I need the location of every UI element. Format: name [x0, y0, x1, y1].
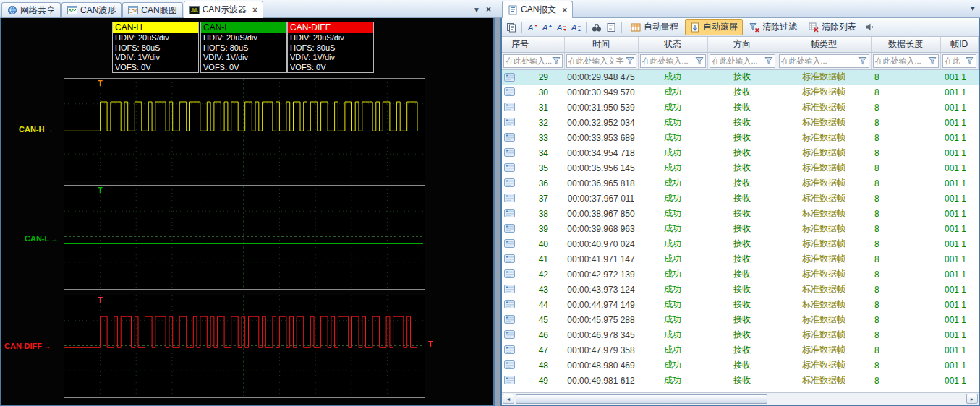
message-row[interactable]: 4000:00:40.970 024成功接收标准数据帧8001 1: [502, 236, 979, 251]
message-row[interactable]: 2900:00:29.948 475成功接收标准数据帧8001 1: [502, 69, 979, 85]
hdiv-value: HDIV: 20uS/div: [113, 33, 198, 43]
time-cell: 00:00:49.981 612: [564, 373, 638, 388]
message-row[interactable]: 4300:00:43.973 124成功接收标准数据帧8001 1: [502, 282, 979, 297]
tab-can-messages[interactable]: CAN报文 ×: [502, 1, 573, 18]
trigger-level-marker[interactable]: T: [428, 340, 433, 348]
filter-a-4-icon[interactable]: A: [569, 21, 582, 34]
auto-scroll-button[interactable]: 自动滚屏: [685, 19, 743, 35]
filter-funnel-icon[interactable]: [858, 56, 867, 66]
tab-can-waveform[interactable]: CAN波形: [61, 2, 122, 17]
time-cell: 00:00:39.968 963: [564, 221, 638, 236]
status-cell: 成功: [638, 342, 707, 358]
status-cell: 成功: [638, 312, 707, 327]
tab-network-share[interactable]: 网络共享: [1, 2, 61, 17]
tab-can-oscilloscope[interactable]: CAN示波器 ×: [184, 1, 263, 18]
filter-funnel-icon[interactable]: [626, 56, 634, 66]
filter-input-frame-type[interactable]: [781, 56, 858, 65]
tab-label: CAN波形: [80, 4, 116, 17]
frame-id-cell: 001 1: [940, 221, 979, 236]
direction-cell: 接收: [707, 327, 777, 342]
message-row[interactable]: 4700:00:47.979 358成功接收标准数据帧8001 1: [502, 342, 979, 358]
filter-funnel-icon[interactable]: [695, 56, 704, 66]
message-row[interactable]: 4500:00:45.975 288成功接收标准数据帧8001 1: [502, 312, 979, 327]
filter-input-direction[interactable]: [712, 56, 764, 65]
length-cell: 8: [871, 282, 940, 297]
message-row[interactable]: 3500:00:35.956 145成功接收标准数据帧8001 1: [502, 160, 979, 176]
tab-can-eye-diagram[interactable]: CAN眼图: [122, 2, 182, 17]
column-header-frame-type[interactable]: 帧类型: [777, 37, 871, 52]
notes-icon[interactable]: [605, 21, 618, 34]
filter-cell-status: [638, 52, 707, 69]
message-row[interactable]: 4100:00:41.971 147成功接收标准数据帧8001 1: [502, 251, 979, 267]
filter-a-3-icon[interactable]: A: [555, 21, 568, 34]
close-icon[interactable]: ×: [486, 4, 491, 14]
copy-icon[interactable]: [505, 21, 518, 34]
clear-list-button[interactable]: 清除列表: [804, 19, 861, 35]
auto-range-button[interactable]: 自动量程: [626, 19, 683, 35]
message-row[interactable]: 4200:00:42.972 139成功接收标准数据帧8001 1: [502, 267, 979, 282]
message-row[interactable]: 3100:00:31.950 539成功接收标准数据帧8001 1: [502, 100, 979, 115]
message-row[interactable]: 3900:00:39.968 963成功接收标准数据帧8001 1: [502, 221, 979, 236]
direction-cell: 接收: [707, 191, 777, 206]
speaker-icon[interactable]: [863, 21, 876, 34]
column-header-length[interactable]: 数据长度: [871, 37, 940, 52]
horizontal-scrollbar[interactable]: ◄ ►: [502, 392, 979, 405]
column-header-time[interactable]: 时间: [564, 37, 638, 52]
message-row[interactable]: 3300:00:33.953 689成功接收标准数据帧8001 1: [502, 130, 979, 145]
message-icon: [504, 73, 515, 84]
tab-close-icon[interactable]: ×: [562, 7, 567, 14]
trigger-position-marker[interactable]: T: [98, 296, 103, 304]
seq-cell: 38: [539, 209, 548, 219]
oscilloscope-pane: 网络共享 CAN波形 CAN眼图 CAN示波器 × ▼ × CAN-H HDIV…: [0, 0, 495, 406]
binoculars-icon[interactable]: [590, 21, 603, 34]
column-header-frame-id[interactable]: 帧ID: [940, 37, 979, 52]
filter-input-status[interactable]: [642, 56, 695, 65]
trigger-position-marker[interactable]: T: [98, 79, 103, 87]
frame-type-cell: 标准数据帧: [777, 282, 871, 297]
toolbar-separator: [521, 22, 522, 33]
filter-input-time[interactable]: [568, 56, 626, 65]
message-row[interactable]: 3700:00:37.967 011成功接收标准数据帧8001 1: [502, 191, 979, 206]
tab-close-icon[interactable]: ×: [252, 7, 257, 14]
message-row[interactable]: 4800:00:48.980 469成功接收标准数据帧8001 1: [502, 358, 979, 373]
length-cell: 8: [871, 342, 940, 358]
direction-cell: 接收: [707, 100, 777, 115]
message-row[interactable]: 3800:00:38.967 850成功接收标准数据帧8001 1: [502, 206, 979, 221]
eye-diagram-icon: [128, 5, 138, 15]
filter-a-2-icon[interactable]: A: [540, 21, 553, 34]
frame-id-cell: 001 1: [940, 115, 979, 130]
chevron-down-icon[interactable]: ▼: [473, 6, 480, 14]
message-row[interactable]: 3600:00:36.965 818成功接收标准数据帧8001 1: [502, 176, 979, 191]
chevron-down-icon[interactable]: ▼: [969, 4, 976, 12]
left-pane-controls: ▼ ×: [473, 4, 491, 14]
message-row[interactable]: 3400:00:34.954 718成功接收标准数据帧8001 1: [502, 145, 979, 160]
hdiv-value: HDIV: 20uS/div: [288, 33, 373, 43]
scroll-left-icon[interactable]: ◄: [503, 394, 514, 404]
status-cell: 成功: [638, 85, 707, 100]
filter-funnel-icon[interactable]: [966, 56, 974, 66]
clear-filter-button[interactable]: 清除过滤: [744, 19, 802, 35]
message-row[interactable]: 3200:00:32.952 034成功接收标准数据帧8001 1: [502, 115, 979, 130]
message-row[interactable]: 4900:00:49.981 612成功接收标准数据帧8001 1: [502, 373, 979, 388]
filter-funnel-icon[interactable]: [928, 56, 937, 66]
clear-list-icon: [809, 22, 819, 33]
column-header-direction[interactable]: 方向: [707, 37, 777, 52]
message-row[interactable]: 4600:00:46.978 345成功接收标准数据帧8001 1: [502, 327, 979, 342]
status-cell: 成功: [638, 297, 707, 312]
scroll-right-icon[interactable]: ►: [966, 394, 978, 404]
column-header-seq[interactable]: 序号: [502, 37, 564, 52]
filter-funnel-icon[interactable]: [552, 56, 561, 66]
filter-funnel-icon[interactable]: [764, 56, 773, 66]
column-header-status[interactable]: 状态: [638, 37, 707, 52]
trigger-position-marker[interactable]: T: [98, 186, 103, 194]
frame-type-cell: 标准数据帧: [777, 145, 871, 160]
message-row[interactable]: 4400:00:44.974 149成功接收标准数据帧8001 1: [502, 297, 979, 312]
message-row[interactable]: 3000:00:30.949 570成功接收标准数据帧8001 1: [502, 85, 979, 100]
filter-input-frame-id[interactable]: [945, 56, 966, 65]
filter-input-length[interactable]: [875, 56, 928, 65]
filter-input-seq[interactable]: [506, 56, 552, 65]
channel-label-can-l: CAN-L→: [25, 234, 58, 243]
filter-a-1-icon[interactable]: A: [526, 21, 539, 34]
scrollbar-thumb[interactable]: [516, 394, 767, 404]
table-header-row: 序号时间状态方向帧类型数据长度帧ID: [502, 37, 979, 52]
